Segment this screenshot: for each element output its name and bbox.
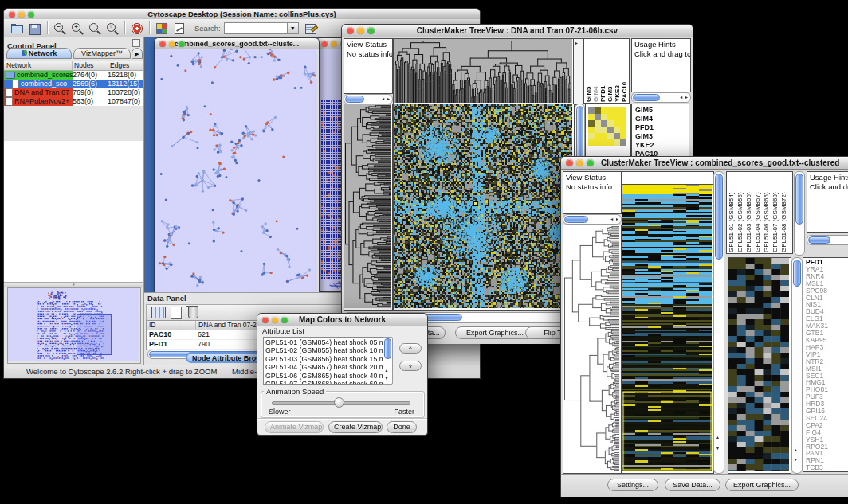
zoom-button[interactable] — [28, 11, 34, 18]
main-titlebar[interactable]: Cytoscape Desktop (Session Name: collins… — [4, 9, 480, 20]
attribute-list-item[interactable]: GPL51-03 (GSM856) heat shock 15 min — [265, 355, 382, 363]
zoom-out-icon[interactable]: − — [53, 21, 67, 35]
minimize-button[interactable] — [272, 317, 278, 323]
mini-heatmap-cell[interactable] — [601, 114, 607, 120]
cm2-column-label[interactable]: GPL51-04 (GSM857) — [754, 173, 763, 252]
cm1-column-label[interactable]: PFD1 — [599, 40, 607, 102]
done-button[interactable]: Done — [387, 421, 417, 433]
mini-heatmap-cell[interactable] — [607, 114, 614, 120]
network-row[interactable]: combined_sco2569(6)13112(15) — [4, 80, 143, 88]
cm2-column-label[interactable]: GPL51-06 (GSM865) — [763, 173, 771, 252]
zoom-in-icon[interactable]: + — [70, 21, 84, 35]
settings-button[interactable]: Settings... — [607, 479, 658, 491]
zoom-button[interactable] — [281, 317, 288, 323]
cm1-column-label[interactable]: YKE2 — [614, 40, 621, 102]
scroll-thumb[interactable] — [715, 174, 723, 260]
zoom-button[interactable] — [179, 41, 185, 47]
tab-network[interactable]: Network — [6, 48, 72, 59]
move-down-button[interactable]: v — [399, 361, 422, 371]
cm2-usage-hints-hscrollbar[interactable]: ◂ ▸ — [807, 235, 848, 245]
zoom-button[interactable] — [587, 159, 594, 166]
mini-heatmap-cell[interactable] — [607, 120, 614, 127]
mini-heatmap-cell[interactable] — [607, 139, 614, 146]
attribute-list-item[interactable]: GPL51-01 (GSM854) heat shock 05 min — [265, 338, 382, 346]
attribute-list-item[interactable]: GPL51-02 (GSM855) heat shock 10 min — [265, 346, 382, 354]
search-dropdown-arrow-icon[interactable]: ▼ — [288, 22, 299, 34]
overview-splitter[interactable]: ▾ — [4, 282, 143, 287]
annotation-icon[interactable] — [172, 21, 186, 35]
mini-heatmap-cell[interactable] — [614, 114, 620, 120]
cm1-mini-heatmap[interactable] — [588, 107, 626, 146]
gene-label[interactable]: PEP5 — [806, 471, 848, 472]
tab-overflow-arrow[interactable]: ▶ — [132, 48, 143, 59]
cm2-view-status-hscrollbar[interactable]: ◂ ▸ — [563, 214, 622, 225]
col-nodes[interactable]: Nodes — [73, 61, 108, 70]
mini-heatmap-cell[interactable] — [607, 107, 614, 114]
mini-heatmap-cell[interactable] — [595, 114, 601, 120]
mini-heatmap-cell[interactable] — [601, 139, 607, 146]
mini-heatmap-cell[interactable] — [607, 133, 614, 139]
mini-heatmap-cell[interactable] — [595, 133, 601, 139]
minimize-button[interactable] — [357, 27, 364, 34]
cm1-row-label[interactable]: YKE2 — [635, 141, 685, 150]
mini-heatmap-cell[interactable] — [614, 133, 620, 139]
network-row[interactable]: combined_scores2764(0)16218(0) — [4, 71, 143, 80]
tab-vizmapper[interactable]: VizMapper™ — [73, 48, 131, 59]
search-input[interactable] — [224, 22, 288, 34]
mini-heatmap-cell[interactable] — [620, 133, 626, 139]
cm2-column-label[interactable]: GPL51-07 (GSM868) — [771, 173, 780, 252]
scroll-thumb[interactable] — [384, 338, 391, 359]
cm2-column-label[interactable]: GPL51-03 (GSM856) — [745, 173, 754, 252]
attribute-select-icon[interactable] — [151, 307, 166, 318]
close-button[interactable] — [159, 41, 166, 47]
float-panel-icon[interactable] — [132, 39, 140, 47]
minimize-button[interactable] — [331, 41, 337, 47]
close-button[interactable] — [566, 159, 573, 166]
attribute-list-item[interactable]: GPL51-07 (GSM868) heat shock 60 min — [265, 380, 382, 385]
mini-heatmap-cell[interactable] — [614, 107, 620, 114]
network-window-titlebar[interactable]: combined_scores_good.txt--cluste... — [155, 38, 319, 49]
minimize-button[interactable] — [18, 11, 25, 18]
cm2-column-label[interactable]: GPL51-01 (GSM854) — [728, 173, 736, 252]
mini-heatmap-cell[interactable] — [620, 127, 626, 133]
create-vizmap-button[interactable]: Create Vizmap — [328, 421, 383, 433]
mini-heatmap-cell[interactable] — [601, 133, 607, 139]
scroll-thumb[interactable] — [633, 94, 660, 101]
cm2-titlebar[interactable]: ClusterMaker TreeView : combined_scores_… — [561, 157, 848, 170]
network-canvas[interactable] — [155, 49, 317, 292]
cm2-row-dendrogram-canvas[interactable] — [563, 225, 619, 471]
close-button[interactable] — [321, 41, 328, 47]
mini-heatmap-cell[interactable] — [614, 127, 620, 133]
cm1-column-label[interactable]: PAC10 — [621, 40, 628, 102]
cm1-row-label[interactable]: GIM4 — [635, 115, 685, 123]
scroll-thumb[interactable] — [793, 260, 801, 287]
cm1-heatmap-canvas[interactable] — [394, 104, 572, 308]
scroll-thumb[interactable] — [564, 216, 588, 223]
mini-heatmap-cell[interactable] — [595, 127, 601, 133]
mini-heatmap-cell[interactable] — [601, 127, 607, 133]
mini-heatmap-cell[interactable] — [588, 127, 595, 133]
mini-heatmap-cell[interactable] — [595, 107, 601, 114]
animate-vizmap-button[interactable]: Animate Vizmap — [265, 421, 324, 433]
col-network[interactable]: Network — [4, 61, 73, 70]
cm2-zoom-heatmap-canvas[interactable] — [728, 258, 789, 471]
attribute-list-item[interactable]: GPL51-06 (GSM865) heat shock 40 min — [265, 372, 382, 380]
close-button[interactable] — [347, 27, 354, 34]
zoom-selected-icon[interactable]: ▫ — [105, 21, 120, 35]
cm1-usage-hints-hscrollbar[interactable]: ◂ ▸ — [631, 92, 691, 103]
close-button[interactable] — [9, 11, 15, 18]
export-graphics-button[interactable]: Export Graphics... — [455, 326, 535, 339]
vizmapper-icon[interactable] — [155, 21, 169, 35]
open-folder-icon[interactable] — [10, 21, 25, 35]
cm2-column-label[interactable]: GPL51-02 (GSM855) — [736, 173, 745, 252]
cm2-zoom-vscrollbar[interactable]: ▴ ▾ — [791, 257, 803, 474]
mini-heatmap-cell[interactable] — [620, 139, 626, 146]
help-ring-icon[interactable] — [130, 21, 144, 35]
zoom-button[interactable] — [367, 27, 375, 34]
data-col-id[interactable]: ID — [147, 321, 196, 330]
network-row[interactable]: RNAPuberNov2+563(0)107847(0) — [4, 97, 143, 106]
save-data-button[interactable]: Save Data... — [665, 479, 720, 491]
mini-heatmap-cell[interactable] — [620, 107, 626, 114]
cm2-heatmap-canvas[interactable] — [622, 185, 712, 471]
minimize-button[interactable] — [169, 41, 175, 47]
